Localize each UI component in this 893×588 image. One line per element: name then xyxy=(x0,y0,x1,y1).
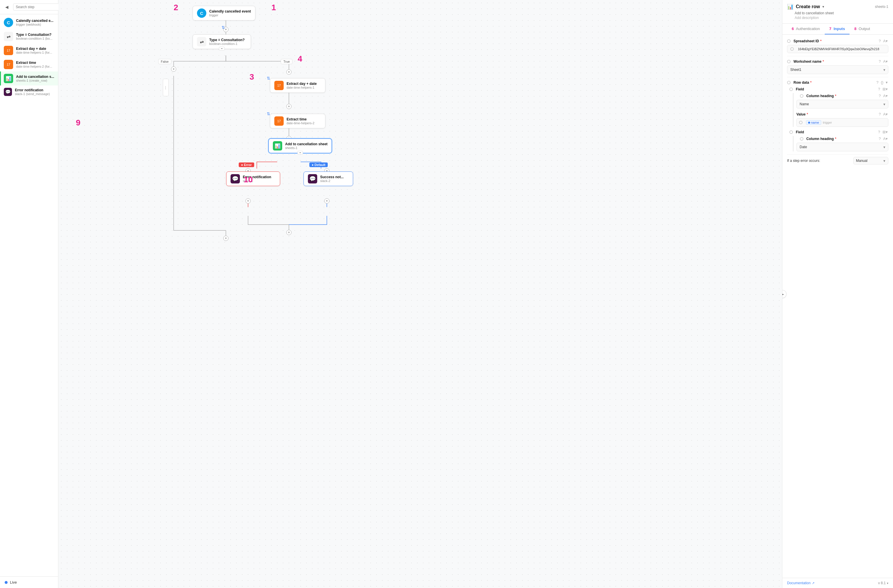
field1-radio[interactable] xyxy=(789,87,793,91)
tab-authentication[interactable]: 6 Authentication xyxy=(787,24,825,34)
default-path-badge: ● Default xyxy=(309,162,328,167)
sidebar-item-error-notification[interactable]: 💬 Error notification slack-1 (send_messa… xyxy=(0,86,58,98)
condition-flow-node[interactable]: ⇌ Type = Consultation? boolean-condition… xyxy=(192,34,251,49)
success-slack-icon: 💬 xyxy=(308,174,317,183)
worksheet-name-format[interactable]: A▾ xyxy=(882,58,888,64)
extract-time-icon: 17 xyxy=(274,116,284,126)
row-data-arrow[interactable]: ▾ xyxy=(885,80,888,85)
search-bar: ◀ 🔍 xyxy=(0,0,58,14)
row-data-format[interactable]: {} xyxy=(880,80,884,85)
extract-day-flow-node[interactable]: 17 Extract day + date date-time-helpers-… xyxy=(270,78,325,93)
value1-field[interactable]: name trigger xyxy=(797,118,888,127)
sidebar-item-extract-time[interactable]: 17 Extract time date-time-helpers-2 (for… xyxy=(0,57,58,72)
search-input[interactable] xyxy=(13,3,62,10)
sheets-node-badge: – xyxy=(298,151,303,154)
sidebar-slack-icon: 💬 xyxy=(4,88,12,96)
sidebar-footer: Live xyxy=(0,576,58,588)
worksheet-name-select[interactable]: Sheet1 xyxy=(787,65,888,74)
panel-subtitle: Add to cancellation sheet xyxy=(795,11,888,15)
field2-format[interactable]: ⊞▾ xyxy=(882,129,888,135)
panel-desc[interactable]: Add description xyxy=(795,16,888,20)
step-error-select[interactable]: Manual xyxy=(853,157,888,165)
col-heading2-radio[interactable] xyxy=(800,137,803,141)
spreadsheet-id-format[interactable]: A▾ xyxy=(882,38,888,44)
token-source: trigger xyxy=(823,121,832,124)
trigger-node-text: Calendly cancelled event trigger xyxy=(209,9,251,17)
sidebar-item-add-cancellation[interactable]: 📊 Add to cancellation s... sheets-1 (cre… xyxy=(0,72,58,86)
row-data-row: Row data * ? {} ▾ xyxy=(787,80,888,85)
error-notification-flow-node[interactable]: 💬 Error notification slack-1 xyxy=(226,171,280,186)
sidebar-item-sub-extract-day-date: date-time-helpers-1 (for... xyxy=(16,51,55,54)
swap-icon-1: ⇅ xyxy=(220,24,226,30)
col-heading1-format[interactable]: A▾ xyxy=(882,93,888,99)
field1-row: Field ? ⊞▾ xyxy=(789,86,888,92)
col-heading1-help[interactable]: ? xyxy=(878,93,881,99)
field1-help[interactable]: ? xyxy=(878,86,881,92)
condition-node-text: Type = Consultation? boolean-condition-1 xyxy=(209,38,247,45)
version-badge: v 8.1 ▾ xyxy=(878,581,888,585)
sidebar-item-type-consultation[interactable]: ⇌ Type = Consultation? boolean-condition… xyxy=(0,30,58,44)
workflow-canvas[interactable]: 1 2 3 4 9 10 C Calendly cancelled event … xyxy=(59,0,782,588)
col-heading2-format[interactable]: A▾ xyxy=(882,136,888,141)
token-text: name xyxy=(811,121,819,124)
col-heading1-select[interactable]: Name xyxy=(797,100,888,108)
row-data-help[interactable]: ? xyxy=(876,80,879,85)
spreadsheet-id-value-radio xyxy=(790,47,794,51)
sidebar-item-text-error-notification: Error notification slack-1 (send_message… xyxy=(15,88,55,96)
tab-inputs[interactable]: 7 Inputs xyxy=(825,24,850,34)
col-heading1-label: Column heading xyxy=(806,94,834,98)
sidebar-item-text-extract-day-date: Extract day + date date-time-helpers-1 (… xyxy=(16,46,55,54)
connector-plus-2[interactable]: + xyxy=(286,104,292,109)
extract-time-flow-node[interactable]: 17 Extract time date-time-helpers-2 xyxy=(270,114,325,128)
annotation-3: 3 xyxy=(250,72,254,82)
back-button[interactable]: ◀ xyxy=(2,2,11,12)
swap-icon-3: ⇅ xyxy=(266,111,271,117)
spreadsheet-id-radio[interactable] xyxy=(787,39,791,43)
sidebar-item-calendly-event[interactable]: C Calendly cancelled e... trigger (webho… xyxy=(0,15,58,30)
field2-help[interactable]: ? xyxy=(878,129,881,135)
worksheet-name-help[interactable]: ? xyxy=(878,58,881,64)
connector-plus-bottom[interactable]: + xyxy=(286,230,292,235)
col-heading1-radio[interactable] xyxy=(800,94,803,98)
field1-nested: Column heading * ? A▾ Name Va xyxy=(793,93,888,127)
sidebar-item-extract-day-date[interactable]: 17 Extract day + date date-time-helpers-… xyxy=(0,44,58,57)
connector-plus-true[interactable]: + xyxy=(286,69,292,75)
tab-output[interactable]: 8 Output xyxy=(849,24,875,34)
sidebar-type-icon: ⇌ xyxy=(4,32,13,41)
connector-plus-default-bottom[interactable]: + xyxy=(324,198,329,204)
error-slack-icon: 💬 xyxy=(230,174,240,183)
documentation-link[interactable]: Documentation ↗ xyxy=(787,581,815,585)
spreadsheet-id-help[interactable]: ? xyxy=(878,38,881,44)
panel-title-icon: 📊 xyxy=(787,3,794,10)
row-data-radio[interactable] xyxy=(787,81,791,84)
condition-node-badge: – xyxy=(219,46,225,51)
false-path-indicator: │ xyxy=(163,79,169,96)
field-1-container: Field ? ⊞▾ Column heading * ? xyxy=(789,86,888,127)
panel-title-caret[interactable]: ▾ xyxy=(822,4,824,9)
value1-help[interactable]: ? xyxy=(878,111,881,117)
spreadsheet-id-row: Spreadsheet ID * ? A▾ xyxy=(787,38,888,44)
field1-format[interactable]: ⊞▾ xyxy=(882,86,888,92)
connector-plus-false[interactable]: + xyxy=(171,66,176,72)
worksheet-name-radio[interactable] xyxy=(787,60,791,63)
connector-plus-final[interactable]: + xyxy=(223,236,229,241)
field2-radio[interactable] xyxy=(789,130,793,134)
trigger-flow-node[interactable]: C Calendly cancelled event trigger xyxy=(192,6,256,20)
token-dot xyxy=(808,122,810,124)
sheets-node-icon: 📊 xyxy=(273,141,282,150)
annotation-9: 9 xyxy=(76,118,81,128)
col-heading2-select[interactable]: Date xyxy=(797,142,888,152)
panel-step-id: sheets-1 xyxy=(875,4,888,9)
extract-time-text: Extract time date-time-helpers-2 xyxy=(287,117,321,125)
sheets-flow-node[interactable]: 📊 Add to cancellation sheet sheets-1 – xyxy=(269,138,332,153)
value1-required: * xyxy=(807,112,808,116)
col-heading2-help[interactable]: ? xyxy=(878,136,881,141)
success-notification-flow-node[interactable]: 💬 Success not... slack-2 xyxy=(304,171,353,186)
version-caret[interactable]: ▾ xyxy=(887,582,888,585)
field2-nested: Column heading * ? A▾ Date xyxy=(793,136,888,152)
value1-format[interactable]: A▾ xyxy=(882,111,888,117)
connector-plus-error-bottom[interactable]: + xyxy=(245,198,251,204)
field2-row: Field ? ⊞▾ xyxy=(789,129,888,135)
sidebar-item-text-extract-time: Extract time date-time-helpers-2 (for... xyxy=(16,61,55,68)
spreadsheet-id-value: 164bElgYEiBZNMVk6FiWHR7lSy0Qqw2sbOiNevqZ… xyxy=(787,45,888,53)
